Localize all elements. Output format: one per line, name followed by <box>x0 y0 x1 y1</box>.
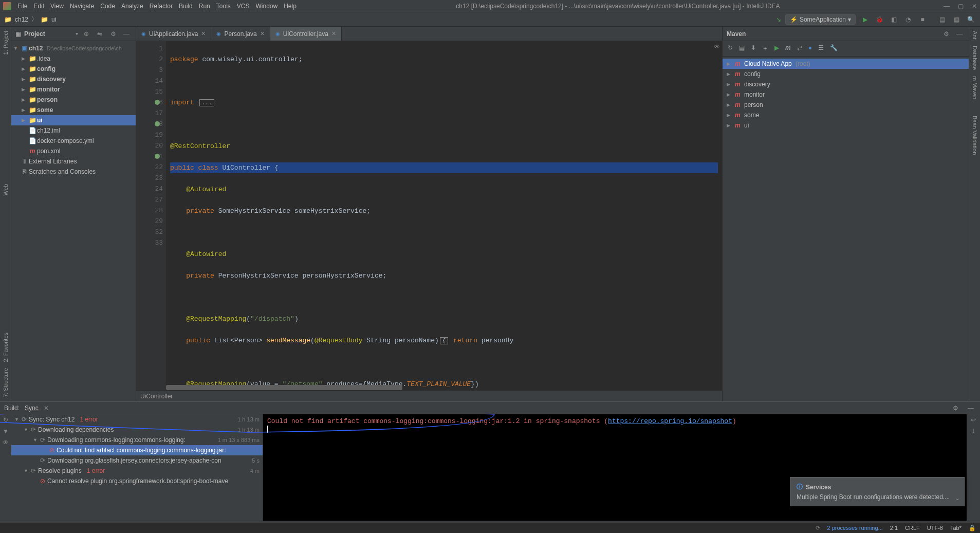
tab-uicontroller[interactable]: ◉ UiController.java ✕ <box>270 27 342 41</box>
build-tree-item[interactable]: ⊘Cannot resolve plugin org.springframewo… <box>11 476 263 486</box>
hide-icon[interactable]: — <box>121 29 132 39</box>
hide-icon[interactable]: — <box>954 29 965 39</box>
run-maven-icon[interactable]: ▶ <box>774 44 779 53</box>
wrap-icon[interactable]: ↩ <box>971 416 976 424</box>
menu-analyze[interactable]: Analyze <box>121 3 143 10</box>
breadcrumb-item[interactable]: ch12 <box>15 16 28 23</box>
tree-item[interactable]: ▶📁monitor <box>11 84 136 95</box>
tree-item[interactable]: ▶📁discovery <box>11 74 136 84</box>
menu-vcs[interactable]: VCS <box>237 3 250 10</box>
run-button-icon[interactable]: ▶ <box>860 14 870 25</box>
maven-item[interactable]: ▶mconfig <box>723 69 969 79</box>
search-icon[interactable]: 🔍 <box>966 14 976 25</box>
rail-database[interactable]: Database <box>972 46 978 70</box>
tree-item[interactable]: 📄ch12.iml <box>11 125 136 136</box>
menu-tools[interactable]: Tools <box>216 3 231 10</box>
close-icon[interactable]: ✕ <box>201 30 206 37</box>
rail-project[interactable]: 1: Project <box>3 31 9 54</box>
rerun-icon[interactable]: ↻ <box>3 416 8 424</box>
processes-link[interactable]: 2 processes running... <box>827 525 883 531</box>
offline-icon[interactable]: ● <box>808 44 812 53</box>
close-icon[interactable]: ✕ <box>44 405 49 412</box>
generate-icon[interactable]: ▤ <box>739 44 745 53</box>
rail-structure[interactable]: 7: Structure <box>3 368 9 397</box>
close-icon[interactable]: ✕ <box>260 30 265 37</box>
breadcrumb-item[interactable]: ui <box>51 16 56 23</box>
tree-item[interactable]: 📄docker-compose.yml <box>11 136 136 146</box>
chevron-down-icon[interactable]: ⌄ <box>955 494 960 502</box>
build-tree[interactable]: ▼⟳Sync: Sync ch121 error1 h 13 m▼⟳Downlo… <box>11 414 263 521</box>
menu-window[interactable]: Window <box>255 3 278 10</box>
build-tree-item[interactable]: ⟳Downloading org.glassfish.jersey.connec… <box>11 455 263 466</box>
tree-item[interactable]: ▶📁ui <box>11 115 136 125</box>
debug-button-icon[interactable]: 🐞 <box>874 14 884 25</box>
coverage-icon[interactable]: ◧ <box>889 14 899 25</box>
console-link[interactable]: https://repo.spring.io/snapshot <box>608 417 732 425</box>
toggle-icon[interactable]: ⇄ <box>797 44 802 53</box>
eye-icon[interactable]: 👁 <box>3 439 9 446</box>
attach-icon[interactable]: ▤ <box>937 14 947 25</box>
collapse-icon[interactable]: ⇋ <box>95 29 105 39</box>
maven-item[interactable]: ▶msome <box>723 110 969 120</box>
menu-file[interactable]: File <box>17 3 27 10</box>
download-icon[interactable]: ⬇ <box>751 44 756 53</box>
add-icon[interactable]: ＋ <box>762 44 768 53</box>
rail-ant[interactable]: Ant <box>972 31 978 40</box>
indent[interactable]: Tab* <box>950 525 961 531</box>
build-tree-item[interactable]: ⊘Could not find artifact commons-logging… <box>11 445 263 455</box>
wrench-icon[interactable]: 🔧 <box>830 44 838 53</box>
menu-edit[interactable]: Edit <box>33 3 44 10</box>
maven-item[interactable]: ▶mCloud Native App (root) <box>723 59 969 69</box>
menu-help[interactable]: Help <box>284 3 297 10</box>
menu-refactor[interactable]: Refactor <box>150 3 173 10</box>
layout-icon[interactable]: ▦ <box>951 14 961 25</box>
editor-body[interactable]: 12314151617181920212223242728293233 pack… <box>136 41 722 390</box>
maven-item[interactable]: ▶mperson <box>723 100 969 110</box>
rail-bean[interactable]: Bean Validation <box>972 116 978 155</box>
show-icon[interactable]: ☰ <box>818 44 824 53</box>
gear-icon[interactable]: ⚙ <box>950 403 960 413</box>
tab-person[interactable]: ◉ Person.java ✕ <box>211 27 270 41</box>
target-icon[interactable]: ⊕ <box>81 29 91 39</box>
build-tree-item[interactable]: ▼⟳Downloading dependencies1 h 13 m <box>11 425 263 435</box>
close-icon[interactable]: ✕ <box>331 30 336 37</box>
gear-icon[interactable]: ⚙ <box>941 29 951 39</box>
maximize-icon[interactable]: ▢ <box>958 3 964 10</box>
editor-breadcrumb[interactable]: UiController <box>136 390 722 401</box>
scroll-icon[interactable]: ⤓ <box>971 428 976 435</box>
build-tree-item[interactable]: ▼⟳Downloading commons-logging:commons-lo… <box>11 435 263 445</box>
rail-favorites[interactable]: 2: Favorites <box>3 333 9 362</box>
code-pane[interactable]: package com.wisely.ui.controller; import… <box>166 41 722 390</box>
encoding[interactable]: UTF-8 <box>927 525 943 531</box>
menu-code[interactable]: Code <box>100 3 115 10</box>
rail-maven[interactable]: m Maven <box>972 76 978 99</box>
notification-popup[interactable]: ⓘServices Multiple Spring Boot run confi… <box>790 477 965 506</box>
tree-item[interactable]: ▶📁config <box>11 64 136 74</box>
tree-item[interactable]: ⫴External Libraries <box>11 156 136 167</box>
chevron-down-icon[interactable]: ▾ <box>76 31 78 36</box>
maven-item[interactable]: ▶mdiscovery <box>723 79 969 89</box>
build-sync-tab[interactable]: Sync <box>25 405 39 412</box>
tree-item[interactable]: ▶📁person <box>11 95 136 105</box>
gear-icon[interactable]: ⚙ <box>108 29 118 39</box>
build-tree-item[interactable]: ▼⟳Resolve plugins1 error4 m <box>11 466 263 476</box>
close-icon[interactable]: ✕ <box>972 3 977 10</box>
project-tree[interactable]: ▼▣ ch12 D:\eclipseCode\springcode\ch ▶📁.… <box>11 41 136 179</box>
menu-run[interactable]: Run <box>199 3 210 10</box>
rail-web[interactable]: Web <box>3 184 9 195</box>
maven-item[interactable]: ▶mmonitor <box>723 89 969 100</box>
reader-mode-icon[interactable]: 👁 <box>714 43 720 50</box>
m-icon[interactable]: m <box>785 44 791 53</box>
tab-uiapplication[interactable]: ◉ UiApplication.java ✕ <box>136 27 211 41</box>
tree-item[interactable]: ⎘Scratches and Consoles <box>11 167 136 177</box>
run-config-dropdown[interactable]: ⚡ SomeApplication ▾ <box>785 14 856 25</box>
tree-root[interactable]: ▼▣ ch12 D:\eclipseCode\springcode\ch <box>11 43 136 53</box>
line-sep[interactable]: CRLF <box>905 525 920 531</box>
tree-item[interactable]: ▶📁some <box>11 105 136 115</box>
lock-icon[interactable]: 🔓 <box>969 525 976 531</box>
menu-navigate[interactable]: Navigate <box>70 3 94 10</box>
refresh-icon[interactable]: ↻ <box>728 44 733 53</box>
breadcrumb[interactable]: 📁 ch12 〉 📁 ui <box>4 15 56 24</box>
menu-view[interactable]: View <box>50 3 64 10</box>
build-tree-item[interactable]: ▼⟳Sync: Sync ch121 error1 h 13 m <box>11 414 263 425</box>
